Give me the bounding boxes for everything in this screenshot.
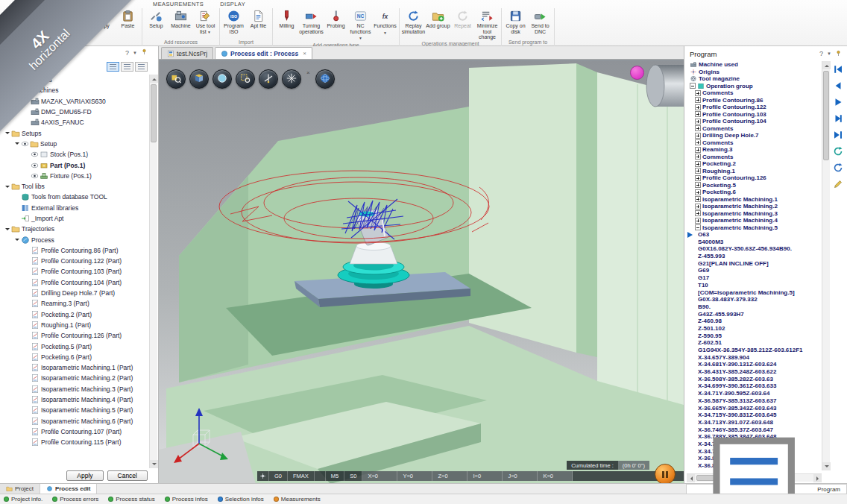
expand-plus-icon[interactable] [695, 204, 701, 210]
tab-program[interactable]: Program [686, 484, 847, 494]
help-icon[interactable]: ? [819, 50, 823, 57]
program-node-origins[interactable]: Origins [687, 69, 822, 76]
minimize-tool-change-button[interactable]: Minimize tool change [475, 8, 500, 40]
copy-on-disk-button[interactable]: Copy on disk [503, 8, 528, 34]
program-node-roughing-1[interactable]: Roughing.1 [687, 168, 822, 175]
add-group-button[interactable]: Add group [426, 8, 450, 29]
visibility-eye-icon[interactable] [21, 140, 29, 148]
tree-item-tool-libs[interactable]: Tool libs [1, 181, 148, 192]
repeat-button[interactable]: Repeat [450, 8, 475, 29]
program-node-drilling-deep-hole-7[interactable]: Drilling Deep Hole.7 [687, 132, 822, 139]
tree-item-pocketing-2-part[interactable]: Pocketing.2 (Part) [1, 309, 148, 320]
visibility-eye-icon[interactable] [31, 151, 39, 158]
program-node-pocketing-5[interactable]: Pocketing.5 [687, 182, 822, 189]
tree-item-pocketing-5-part[interactable]: Pocketing.5 (Part) [1, 341, 148, 351]
tree-item-dmg-dmu65-fd[interactable]: DMG_DMU65-FD [1, 107, 148, 117]
simulation-viewport[interactable]: × Cumulated time : (0h 0' 0'') G0FMAXM5S… [159, 60, 684, 483]
program-node-isoparametric-machining-2[interactable]: Isoparametric Machining.2 [687, 203, 822, 210]
expand-plus-icon[interactable] [695, 189, 701, 195]
program-node-isoparametric-machining-1[interactable]: Isoparametric Machining.1 [687, 196, 822, 204]
collapse-minus-icon[interactable] [695, 224, 701, 230]
use-tool-list-button[interactable]: Use tool list ▼ [193, 8, 218, 35]
tree-item-profile-contouring-107-part[interactable]: Profile Contouring.107 (Part) [1, 426, 148, 437]
document-tab-test-ncsprj[interactable]: test.NcsPrj [161, 47, 213, 59]
close-icon[interactable]: × [303, 50, 306, 57]
tree-item-isoparametric-machining-2-part[interactable]: Isoparametric Machining.2 (Part) [1, 373, 148, 383]
view-list-button[interactable] [121, 62, 133, 72]
expand-plus-icon[interactable] [695, 125, 701, 131]
tree-item-profile-contouring-86-part[interactable]: Profile Contouring.86 (Part) [1, 245, 148, 256]
tree-item-drilling-deep-hole-7-part[interactable]: Drilling Deep Hole.7 (Part) [1, 288, 148, 298]
expand-plus-icon[interactable] [695, 218, 701, 224]
status-process-errors[interactable]: Process errors [52, 496, 98, 503]
probing-button[interactable]: Probing [324, 8, 348, 29]
tree-item-setup[interactable]: Setup [1, 139, 148, 149]
zoom-window-button[interactable] [236, 69, 255, 89]
tree-item-pocketing-6-part[interactable]: Pocketing.6 (Part) [1, 352, 148, 362]
tree-item-isoparametric-machining-3-part[interactable]: Isoparametric Machining.3 (Part) [1, 384, 148, 394]
expand-plus-icon[interactable] [695, 161, 701, 167]
program-node-pocketing-2[interactable]: Pocketing.2 [687, 160, 822, 168]
tree-item-process[interactable]: Process [1, 234, 148, 245]
program-node-tool-magazine[interactable]: Tool magazine [687, 75, 822, 83]
program-node-pocketing-6[interactable]: Pocketing.6 [687, 189, 822, 196]
tree-item-isoparametric-machining-4-part[interactable]: Isoparametric Machining.4 (Part) [1, 394, 148, 405]
expand-plus-icon[interactable] [695, 111, 701, 117]
tree-item-profile-contouring-104-part[interactable]: Profile Contouring.104 (Part) [1, 277, 148, 288]
program-node-machine-used[interactable]: Machine used [687, 61, 822, 69]
apt-file-button[interactable]: Apt file [246, 8, 271, 29]
close-icon[interactable]: × [306, 69, 310, 76]
milling-button[interactable]: Milling [274, 8, 299, 29]
program-iso-button[interactable]: ISOProgram ISO [221, 8, 246, 34]
expand-plus-icon[interactable] [695, 154, 701, 160]
status-process-infos[interactable]: Process infos [165, 496, 208, 503]
program-node-profile-contouring-122[interactable]: Profile Contouring.122 [687, 104, 822, 111]
machine-button[interactable]: Machine [169, 8, 193, 29]
view-shaded-button[interactable] [189, 69, 209, 89]
pin-icon[interactable] [835, 49, 842, 59]
left-tree-scrollbar[interactable] [149, 75, 157, 468]
expand-plus-icon[interactable] [695, 147, 701, 153]
program-node-isoparametric-machining-4[interactable]: Isoparametric Machining.4 [687, 217, 822, 224]
tree-item-isoparametric-machining-1-part[interactable]: Isoparametric Machining.1 (Part) [1, 362, 148, 373]
collapse-minus-icon[interactable] [690, 83, 696, 89]
help-icon[interactable]: ? [125, 49, 129, 57]
expand-plus-icon[interactable] [695, 97, 701, 103]
ribbon-tab-measurements[interactable]: MEASUREMENTS [146, 1, 210, 7]
program-node-comments[interactable]: Comments [687, 89, 822, 97]
program-node-profile-contouring-126[interactable]: Profile Contouring.126 [687, 174, 822, 182]
tab-process-edit[interactable]: Process edit [40, 484, 98, 494]
expand-plus-icon[interactable] [695, 175, 701, 181]
apply-button[interactable]: Apply [66, 470, 103, 481]
expand-plus-icon[interactable] [695, 133, 701, 139]
tree-item-fixture-pos-1[interactable]: Fixture (Pos.1) [1, 171, 148, 181]
program-node-reaming-3[interactable]: Reaming.3 [687, 146, 822, 154]
replay-button[interactable] [832, 163, 844, 174]
collapse-icon[interactable]: ▼ [133, 51, 137, 55]
simulation-stop-button[interactable] [655, 464, 676, 483]
program-node-operation-group[interactable]: Operation group [687, 83, 822, 90]
zoom-fit-button[interactable] [166, 69, 186, 89]
sim-globe-button[interactable] [315, 69, 335, 89]
pin-icon[interactable] [141, 48, 148, 57]
tree-item-profile-contouring-122-part[interactable]: Profile Contouring.122 (Part) [1, 256, 148, 266]
program-node-profile-contouring-103[interactable]: Profile Contouring.103 [687, 111, 822, 119]
expander-open-icon[interactable] [4, 226, 10, 233]
ribbon-tab-display[interactable]: DISPLAY [213, 1, 252, 7]
expander-open-icon[interactable] [13, 236, 20, 243]
step-forward-button[interactable] [832, 113, 844, 125]
tree-item-profile-contouring-115-part[interactable]: Profile Contouring.115 (Part) [1, 437, 148, 447]
tree-item-reaming-3-part[interactable]: Reaming.3 (Part) [1, 298, 148, 309]
play-button[interactable] [832, 97, 844, 108]
program-node-comments[interactable]: Comments [687, 125, 822, 133]
expander-open-icon[interactable] [4, 183, 10, 190]
tree-item-profile-contouring-126-part[interactable]: Profile Contouring.126 (Part) [1, 330, 148, 341]
expand-plus-icon[interactable] [695, 210, 701, 216]
tree-item-part-pos-1[interactable]: Part (Pos.1) [1, 160, 148, 170]
functions-button[interactable]: fxFunctions ▼ [373, 8, 397, 36]
viewport-3d-scene[interactable] [159, 60, 684, 483]
tree-item-stock-pos-1[interactable]: Stock (Pos.1) [1, 149, 148, 160]
expand-plus-icon[interactable] [695, 139, 701, 145]
program-node-comments[interactable]: Comments [687, 154, 822, 161]
tree-item-import-apt[interactable]: _Import Apt [1, 213, 148, 224]
